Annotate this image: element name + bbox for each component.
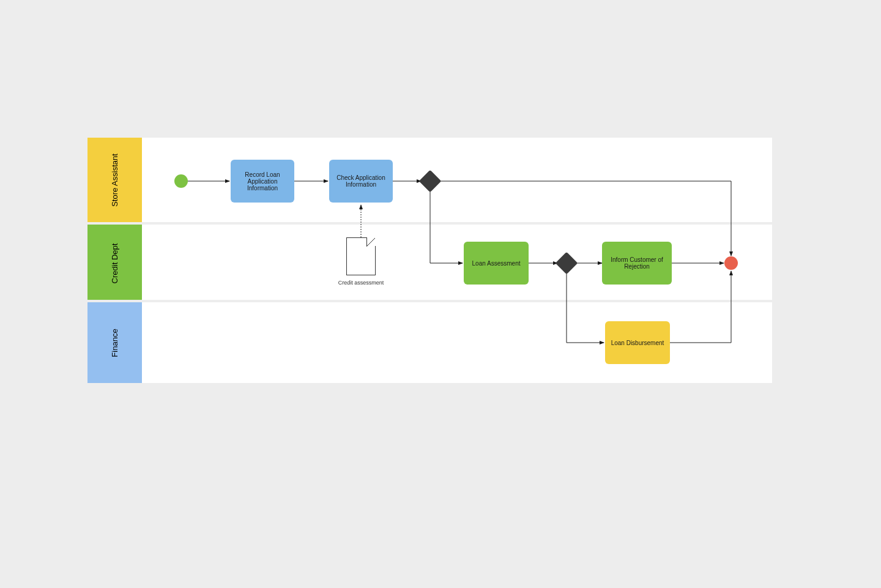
lane-header-store-assistant: Store Assistant xyxy=(87,138,142,222)
task-check-application[interactable]: Check Application Information xyxy=(329,160,393,203)
task-record-loan-application[interactable]: Record Loan Application Information xyxy=(231,160,294,203)
lane-divider xyxy=(87,300,772,302)
start-event[interactable] xyxy=(174,174,188,188)
end-event[interactable] xyxy=(724,256,738,270)
gateway-assessment-decision[interactable] xyxy=(556,252,578,275)
lane-header-credit-dept: Credit Dept xyxy=(87,225,142,302)
lane-label: Store Assistant xyxy=(110,154,119,207)
task-label: Check Application Information xyxy=(333,174,389,188)
data-object-label: Credit assessment xyxy=(324,280,398,286)
bpmn-pool: Store Assistant Credit Dept Finance xyxy=(87,138,772,383)
task-label: Loan Disbursement xyxy=(611,340,664,346)
task-inform-rejection[interactable]: Inform Customer of Rejection xyxy=(602,242,672,285)
task-loan-disbursement[interactable]: Loan Disbursement xyxy=(605,321,670,364)
task-label: Record Loan Application Information xyxy=(234,171,291,192)
task-label: Loan Assessment xyxy=(472,260,521,267)
lane-label: Credit Dept xyxy=(110,244,119,284)
data-object-credit-assessment[interactable] xyxy=(346,237,376,275)
lane-header-finance: Finance xyxy=(87,302,142,383)
lane-divider xyxy=(87,222,772,225)
task-label: Inform Customer of Rejection xyxy=(606,256,668,270)
task-loan-assessment[interactable]: Loan Assessment xyxy=(464,242,529,285)
lane-label: Finance xyxy=(110,329,119,357)
gateway-application-decision[interactable] xyxy=(419,170,442,193)
